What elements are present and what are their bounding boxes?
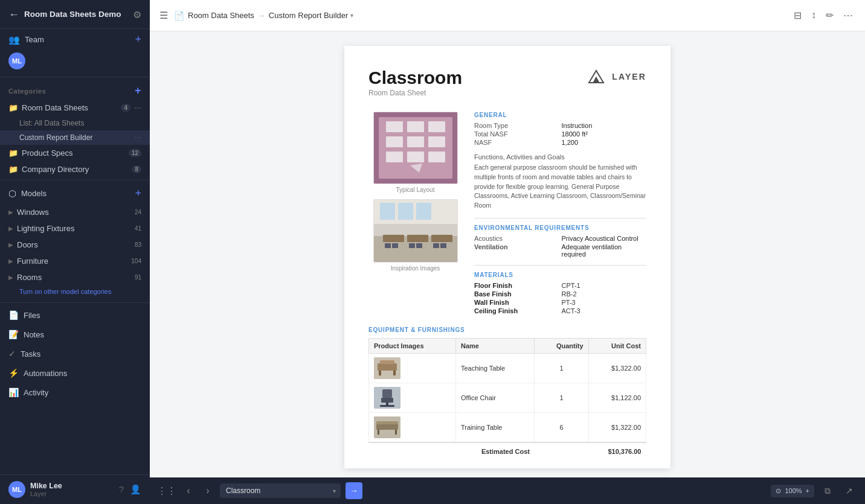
back-arrow-icon[interactable]: ← <box>8 8 19 21</box>
functions-label: Functions, Activities and Goals <box>474 153 646 161</box>
cat-label-rds: Room Data Sheets <box>22 103 117 112</box>
model-badge-lighting: 41 <box>135 225 141 232</box>
sidebar-item-activity[interactable]: 📊 Activity <box>0 383 150 402</box>
sub-item-all-data-sheets[interactable]: List: All Data Sheets <box>0 116 150 130</box>
sidebar-item-tasks[interactable]: ✓ Tasks <box>0 344 150 363</box>
sub-item-more[interactable]: ⋯ <box>134 133 141 142</box>
model-item-rooms[interactable]: ▶ Rooms 91 <box>0 269 150 285</box>
svg-rect-40 <box>376 424 398 430</box>
team-add-button[interactable]: + <box>135 33 141 46</box>
toolbar-go-button[interactable]: → <box>346 482 362 499</box>
svg-rect-35 <box>382 389 392 398</box>
breadcrumb-parent[interactable]: Room Data Sheets <box>188 11 254 20</box>
nasf-value: 1,200 <box>562 139 647 146</box>
doc-logo: LAYER <box>584 68 646 86</box>
sidebar-item-room-data-sheets[interactable]: 📁 Room Data Sheets 4 ⋯ <box>0 100 150 116</box>
image1-caption: Typical Layout <box>396 187 435 193</box>
footer-avatar[interactable]: ML <box>8 481 25 498</box>
model-label-furniture: Furniture <box>17 257 127 266</box>
equipment-table: Product Images Name Quantity Unit Cost <box>368 338 646 459</box>
divider-general <box>474 218 646 219</box>
sidebar-item-team[interactable]: 👥 Team + <box>0 29 150 50</box>
breadcrumb: 📄 Room Data Sheets → Custom Report Build… <box>174 11 353 21</box>
model-label-lighting: Lighting Fixtures <box>17 224 131 233</box>
filter-icon[interactable]: ⊟ <box>791 7 804 24</box>
breadcrumb-dropdown-icon[interactable]: ▾ <box>350 12 353 19</box>
svg-rect-12 <box>428 152 445 162</box>
ceiling-finish-value: ACT-3 <box>562 307 647 314</box>
topbar-actions: ⊟ ↕ ✏ ⋯ <box>791 7 855 24</box>
main-content-row: Typical Layout <box>368 112 646 314</box>
ceiling-finish-label: Ceiling Finish <box>474 307 559 314</box>
sort-icon[interactable]: ↕ <box>809 7 818 24</box>
sidebar-item-company-dir[interactable]: 📁 Company Directory 8 <box>0 161 150 177</box>
activity-icon: 📊 <box>8 388 19 397</box>
model-item-doors[interactable]: ▶ Doors 83 <box>0 237 150 253</box>
room-selector[interactable]: Classroom <box>220 483 341 498</box>
user-avatar[interactable]: ML <box>8 53 25 69</box>
zoom-in-button[interactable]: + <box>806 487 809 494</box>
floor-finish-value: CPT-1 <box>562 282 647 289</box>
models-icon: ⬡ <box>8 188 16 199</box>
sidebar-item-files[interactable]: 📄 Files <box>0 305 150 325</box>
toolbar-menu-icon[interactable]: ⋮⋮ <box>157 485 176 497</box>
models-add-button[interactable]: + <box>135 187 141 200</box>
svg-rect-22 <box>431 235 452 242</box>
functions-desc: Each general purpose classroom should be… <box>474 163 646 211</box>
wall-finish-label: Wall Finish <box>474 299 559 306</box>
help-icon[interactable]: ? <box>119 484 124 495</box>
sidebar-item-models[interactable]: ⬡ Models + <box>0 183 150 204</box>
doc-subtitle: Room Data Sheet <box>368 89 462 97</box>
folder-icon: 📁 <box>8 103 18 112</box>
toolbar-copy-icon[interactable]: ⧉ <box>819 482 836 499</box>
layout-svg <box>374 112 457 183</box>
folder-icon-ps: 📁 <box>8 148 18 158</box>
sidebar-item-automations[interactable]: ⚡ Automations <box>0 363 150 383</box>
model-item-lighting[interactable]: ▶ Lighting Fixtures 41 <box>0 220 150 237</box>
room-type-value: Instruction <box>562 122 647 129</box>
col-header-qty: Quantity <box>535 338 588 353</box>
model-item-windows[interactable]: ▶ Windows 24 <box>0 204 150 220</box>
zoom-reset-icon[interactable]: ⊙ <box>776 487 781 495</box>
image-block-inspiration: Inspiration Images <box>368 199 462 272</box>
sub-item-custom-report-builder[interactable]: Custom Report Builder ⋯ <box>0 130 150 145</box>
settings-icon[interactable]: ⚙ <box>133 9 141 21</box>
svg-rect-38 <box>380 405 394 407</box>
chevron-icon-windows: ▶ <box>8 209 13 215</box>
inspiration-image <box>373 199 458 263</box>
cat-badge-ps: 12 <box>129 149 141 157</box>
model-label-windows: Windows <box>17 208 131 217</box>
edit-icon[interactable]: ✏ <box>823 7 836 24</box>
sidebar-item-notes[interactable]: 📝 Notes <box>0 325 150 344</box>
product-cost-3: $1,322.00 <box>588 412 646 442</box>
equipment-table-head: Product Images Name Quantity Unit Cost <box>369 338 646 353</box>
office-chair-img <box>374 387 400 409</box>
svg-rect-19 <box>416 203 431 220</box>
chevron-icon-lighting: ▶ <box>8 225 13 232</box>
training-table-img <box>374 416 400 438</box>
inspiration-svg <box>374 200 457 262</box>
more-options-icon[interactable]: ⋯ <box>841 7 855 24</box>
product-name-1: Teaching Table <box>455 353 534 383</box>
user-profile-icon[interactable]: 👤 <box>130 484 141 495</box>
toolbar-external-link-icon[interactable]: ↗ <box>841 482 858 499</box>
product-image-cell-2 <box>369 383 456 412</box>
toolbar-next-button[interactable]: › <box>201 483 215 498</box>
svg-rect-7 <box>386 136 403 147</box>
cat-more-rds[interactable]: ⋯ <box>134 104 141 112</box>
sidebar-item-product-specs[interactable]: 📁 Product Specs 12 <box>0 145 150 161</box>
materials-section-title: MATERIALS <box>474 272 646 278</box>
table-row: Training Table 6 $1,322.00 <box>369 412 646 442</box>
model-item-furniture[interactable]: ▶ Furniture 104 <box>0 253 150 269</box>
turn-on-categories-link[interactable]: Turn on other model categories <box>0 285 150 300</box>
toolbar-prev-button[interactable]: ‹ <box>181 483 196 498</box>
sidebar-header-left: ← Room Data Sheets Demo <box>8 8 121 21</box>
svg-rect-4 <box>386 121 403 132</box>
chevron-icon-furniture: ▶ <box>8 258 13 264</box>
categories-add-button[interactable]: + <box>135 85 141 97</box>
svg-rect-33 <box>380 360 394 364</box>
app-title: Room Data Sheets Demo <box>24 10 121 19</box>
footer-user-info: Mike Lee Layer <box>30 482 62 497</box>
materials-grid: Floor Finish CPT-1 Base Finish RB-2 Wall… <box>474 282 646 314</box>
hamburger-icon[interactable]: ☰ <box>159 10 168 21</box>
